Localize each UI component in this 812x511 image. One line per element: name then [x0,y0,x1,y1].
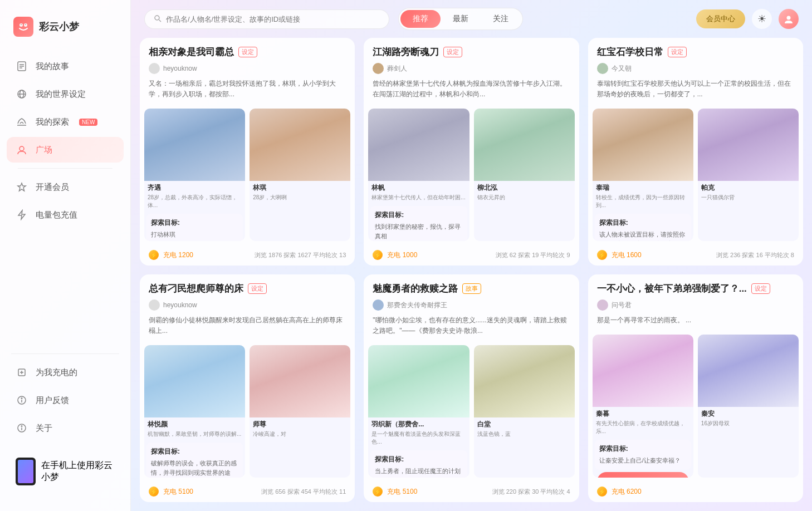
charge-amount-1: 充电 1200 [163,250,193,260]
tab-latest[interactable]: 最新 [441,10,481,28]
character-card-2-0[interactable]: 林帆 林家堡第十七代传人，但在幼年时困... 探索目标: 找到邪家堡的秘密，报仇… [368,109,469,241]
sidebar-navigation: 我的故事 我的世界设定 我的探索 NEW [0,53,130,348]
svg-point-23 [155,16,159,20]
character-card-5-1[interactable]: 白堂 浅蓝色镜，蓝 [474,345,575,478]
char-image-1-1 [250,109,350,181]
card-footer-1: ⚡ 充电 1200 浏览 1876 探索 1627 平均轮次 13 [140,245,355,266]
card-title-row-3: 红宝石学校日常 设定 [597,46,794,58]
member-center-button[interactable]: 会员中心 [696,9,745,28]
character-card-1-1[interactable]: 林琪 28岁，大咧咧 [250,109,350,241]
svg-point-3 [25,24,26,25]
tab-recommend[interactable]: 推荐 [400,10,441,28]
charge-icon-5: ⚡ [373,487,383,497]
story-title-3: 红宝石学校日常 [597,46,663,58]
start-explore-button-6-0[interactable]: 开始探索 [597,472,689,478]
theme-toggle-button[interactable]: ☀ [752,9,772,29]
character-card-5-0[interactable]: 推荐 羽织新（那费舍... 是一个魅魔有着淡蓝色的头发和深蓝色... 探索目标:… [368,345,469,478]
card-footer-3: ⚡ 充电 1600 浏览 236 探索 16 平均轮次 8 [588,245,803,266]
sidebar-item-label: 我的故事 [36,61,69,72]
explore-title-4-0: 探索目标: [151,447,238,456]
card-title-row-1: 相亲对象是我司霸总 设定 [149,46,346,58]
card-footer-4: ⚡ 充电 5100 浏览 656 探索 454 平均轮次 11 [140,482,355,502]
char-desc-4-1: 冷峻高逡，对 [250,430,350,440]
feedback-icon [16,394,28,406]
sidebar-item-charge-me[interactable]: 为我充电的 [7,360,124,385]
author-name-2: 葬剑人 [387,64,407,73]
sidebar-item-open-member[interactable]: 开通会员 [7,174,124,200]
world-icon [16,88,28,100]
explore-title-3-0: 探索目标: [599,218,687,228]
char-name-3-0: 泰瑞 [593,181,693,194]
characters-area-1: 齐遇 28岁，总裁，外表高冷，实际话愡，体... 探索目标: 打动林琪 开始探索… [140,109,355,245]
sidebar-item-label: 电量包充值 [36,210,77,220]
char-desc-5-0: 是一个魅魔有着淡蓝色的头发和深蓝色... [368,430,469,448]
character-card-6-1[interactable]: 秦安 16岁因母双 [698,335,799,478]
charge-amount-5: 充电 5100 [387,487,417,497]
card-title-row-4: 总有刁民想爬师尊的床 设定 [149,282,346,295]
explore-box-4-0: 探索目标: 破解师尊的误会，收获真正的感情，并寻找回到现实世界的途径。 [146,443,243,478]
sidebar-item-feedback[interactable]: 用户反馈 [7,387,124,413]
sidebar-extra-nav: 为我充电的 用户反馈 关于 [0,360,130,443]
charge-icon-1: ⚡ [149,250,159,260]
char-image-6-1 [698,335,799,407]
story-stats-3: 浏览 236 探索 16 平均轮次 8 [716,251,794,259]
char-desc-3-1: 一只猫偶尔背 [698,194,799,204]
char-image-5-1 [474,345,575,417]
card-title-row-6: 一不小心，被年下弟弟强制爱了？... 设定 [597,282,794,295]
char-name-6-0: 秦暮 [593,407,693,420]
author-name-6: 问号君 [612,301,632,310]
author-avatar-1 [149,63,160,74]
char-name-4-1: 师尊 [250,417,350,430]
author-avatar-4 [149,299,160,311]
character-card-3-1[interactable]: 帕克 一只猫偶尔背 [698,109,799,241]
char-image-5-0 [368,345,469,417]
svg-point-25 [787,16,791,20]
explore-desc-1-0: 打动林琪 [151,230,238,239]
char-desc-3-0: 转校生，成绩优秀，因为一些原因转到... [593,194,693,212]
sidebar-item-about[interactable]: 关于 [7,415,124,441]
explore-box-6-0: 探索目标: 让秦安爱上自己/让秦安幸福？ [595,440,691,470]
story-title-4: 总有刁民想爬师尊的床 [149,282,243,295]
character-card-3-0[interactable]: 泰瑞 转校生，成绩优秀，因为一些原因转到... 探索目标: 该人物未被设置目标，… [593,109,693,241]
stats-text-5: 浏览 220 探索 30 平均轮次 4 [492,488,570,496]
char-name-2-1: 柳北泓 [474,181,575,194]
user-avatar-button[interactable] [779,9,799,29]
char-image-4-1 [250,345,350,417]
sidebar-item-world-setting[interactable]: 我的世界设定 [7,81,124,107]
author-name-1: heyouknow [163,65,197,72]
card-header-1: 相亲对象是我司霸总 设定 heyouknow 又名：一场相亲后，霸总对我投怀送抱… [140,38,355,109]
char-image-4-0 [144,345,245,417]
card-footer-2: ⚡ 充电 1000 浏览 62 探索 19 平均轮次 9 [364,245,579,266]
mobile-promo[interactable]: 在手机上使用彩云小梦 [7,452,124,491]
char-desc-6-1: 16岁因母双 [698,420,799,430]
explore-box-5-0: 探索目标: 当上勇者，阻止现任魔王的计划 [370,450,467,478]
character-card-4-0[interactable]: 推荐 林悦颜 机智幽默，果敢坚韧，对师尊的误解... 探索目标: 破解师尊的误会… [144,345,245,478]
search-input[interactable] [166,15,380,23]
explore-title-5-0: 探索目标: [375,455,462,464]
logo-icon [13,17,33,37]
new-badge: NEW [79,119,97,126]
author-avatar-5 [373,299,384,311]
svg-point-12 [19,146,24,151]
char-desc-1-1: 28岁，大咧咧 [250,194,350,204]
tab-follow[interactable]: 关注 [481,10,521,28]
header: 推荐 最新 关注 会员中心 ☀ [131,0,812,38]
sidebar-item-recharge[interactable]: 电量包充值 [7,202,124,228]
character-card-2-1[interactable]: 柳北泓 锦衣元昇的 [474,109,575,241]
mobile-promo-text: 在手机上使用彩云小梦 [41,460,115,483]
card-author-4: heyouknow [149,299,346,311]
character-card-1-0[interactable]: 齐遇 28岁，总裁，外表高冷，实际话愡，体... 探索目标: 打动林琪 开始探索 [144,109,245,241]
character-card-4-1[interactable]: 师尊 冷峻高逡，对 [250,345,350,478]
charge-icon-2: ⚡ [373,250,383,260]
sidebar-item-square[interactable]: 广场 [7,137,124,163]
author-name-3: 今又朝 [612,64,632,73]
character-card-6-0[interactable]: 秦暮 有先天性心脏病，在学校成绩优越，乐... 探索目标: 让秦安爱上自己/让秦… [593,335,693,478]
explore-box-3-0: 探索目标: 该人物未被设置目标，请按照你自己的想法随心所欲地探索吧 [595,214,691,241]
explore-box-2-0: 探索目标: 找到邪家堡的秘密，报仇，探寻真相 [370,206,467,241]
search-box[interactable] [144,9,389,29]
stories-grid: 相亲对象是我司霸总 设定 heyouknow 又名：一场相亲后，霸总对我投怀送抱… [131,38,812,511]
recharge-icon [16,209,28,221]
sidebar-item-my-explore[interactable]: 我的探索 NEW [7,109,124,135]
story-card-6: 一不小心，被年下弟弟强制爱了？... 设定 问号君 那是一个再寻常不过的雨夜。 … [588,274,803,502]
sidebar-item-my-story[interactable]: 我的故事 [7,53,124,79]
